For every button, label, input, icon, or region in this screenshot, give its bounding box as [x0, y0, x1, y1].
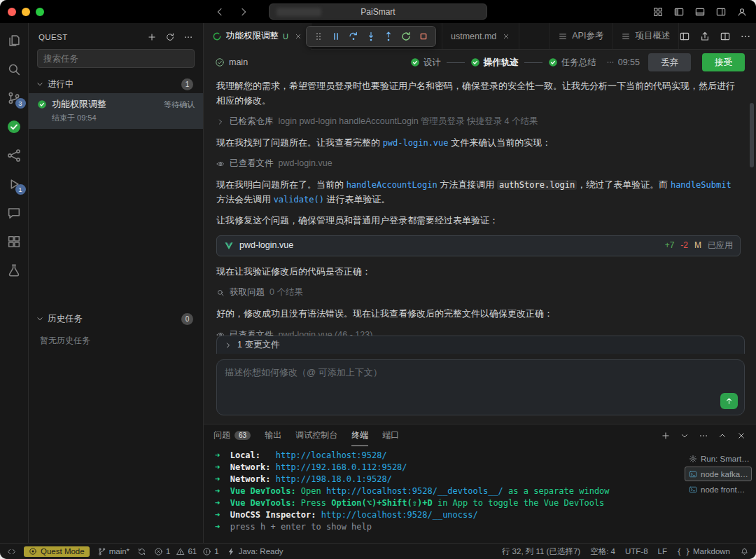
chevron-up-icon[interactable] [718, 431, 727, 441]
tool-call-line[interactable]: 已查看文件pwd-login.vue (46 - 123) [216, 329, 741, 336]
code-link[interactable]: pwd-login.vue [383, 138, 449, 148]
info-icon [202, 547, 211, 556]
activity-item-explorer[interactable] [0, 26, 29, 55]
task-search-box[interactable] [37, 49, 195, 68]
quest-chat-panel: main 设计操作轨迹任务总结 09:55 丢弃 接受 我理解您的需求，希望管理… [204, 50, 756, 424]
plus-icon[interactable] [661, 431, 671, 441]
debug-step-out-icon[interactable] [383, 31, 394, 42]
problems-status[interactable]: 1 61 1 [154, 547, 219, 556]
panel-tab-debug-console[interactable]: 调试控制台 [295, 425, 337, 446]
activity-badge: 3 [15, 98, 26, 109]
stop-icon [418, 31, 429, 42]
sidebar-more-button[interactable] [183, 32, 193, 42]
discard-button[interactable]: 丢弃 [648, 53, 691, 71]
layout-sidebar-left-icon[interactable] [673, 6, 685, 18]
apps-grid-icon[interactable] [652, 6, 664, 18]
export-icon[interactable] [699, 31, 710, 42]
kebab-icon[interactable] [606, 58, 615, 67]
task-search-input[interactable] [43, 54, 188, 64]
section-history[interactable]: 历史任务 0 [29, 310, 203, 328]
debug-step-into-icon[interactable] [365, 31, 377, 42]
code-link[interactable]: handleSubmit [671, 180, 732, 190]
arrow-right-icon[interactable] [238, 6, 249, 18]
terminal-process-item[interactable]: node front… [685, 482, 752, 497]
additions-count: +7 [665, 239, 675, 252]
activity-item-chat[interactable] [0, 198, 29, 227]
terminal-process-item[interactable]: Run: Smart… [685, 451, 752, 466]
activity-item-run-debug[interactable]: 1 [0, 170, 29, 198]
terminal-output[interactable]: ➜ Local: http://localhost:9528/➜ Network… [211, 450, 685, 543]
zoom-window-button[interactable] [36, 8, 44, 16]
cursor-position[interactable]: 行 32, 列 11 (已选择7) [502, 546, 580, 557]
remote-indicator[interactable] [7, 547, 16, 556]
new-task-button[interactable] [147, 32, 157, 42]
text-run: 方法直接调用 [438, 179, 497, 190]
panel-tab-terminal[interactable]: 终端 [351, 425, 368, 446]
kebab-icon[interactable] [740, 31, 751, 42]
sync-status[interactable] [137, 547, 146, 556]
debug-drag-icon[interactable] [313, 31, 324, 42]
panel-tab-problems[interactable]: 问题63 [214, 425, 251, 446]
debug-stop-icon[interactable] [418, 31, 429, 42]
panel-body: ➜ Local: http://localhost:9528/➜ Network… [204, 446, 756, 543]
indentation[interactable]: 空格: 4 [590, 546, 615, 557]
code-link[interactable]: handleAccountLogin [346, 180, 438, 190]
section-running[interactable]: 进行中 1 [29, 75, 203, 93]
notifications[interactable] [740, 547, 749, 556]
editor-tab-quest-task[interactable]: 功能权限调整U [204, 23, 312, 49]
account-icon[interactable] [736, 6, 748, 18]
tool-call-line[interactable]: 已检索仓库login pwd-login handleAccountLogin … [216, 115, 741, 129]
activity-item-source-control[interactable]: 3 [0, 83, 29, 112]
debug-pause-icon[interactable] [330, 31, 342, 42]
close-icon[interactable] [294, 32, 302, 41]
preview-icon[interactable] [679, 31, 690, 42]
panel-tab-ports[interactable]: 端口 [382, 425, 399, 446]
close-icon[interactable] [502, 32, 510, 41]
scrollbar-thumb[interactable] [750, 103, 754, 167]
arrow-left-icon[interactable] [214, 6, 225, 18]
chevron-down-icon[interactable] [680, 431, 690, 441]
encoding[interactable]: UTF-8 [625, 547, 648, 555]
chat-input-box[interactable] [216, 359, 745, 415]
activity-item-quest[interactable] [0, 112, 29, 141]
tool-call-line[interactable]: 已查看文件pwd-login.vue [216, 157, 741, 171]
layout-sidebar-right-icon[interactable] [715, 6, 727, 18]
tool-call-line[interactable]: 获取问题0 个结果 [216, 286, 741, 300]
chat-input[interactable] [225, 366, 710, 408]
language-mode[interactable]: { } Markdown [677, 547, 730, 555]
command-center-search[interactable]: PaiSmart [269, 4, 487, 20]
changed-files-bar[interactable]: 1 变更文件 [216, 336, 745, 354]
changed-file-card[interactable]: pwd-login.vue+7-2M已应用 [216, 235, 741, 256]
java-status[interactable]: Java: Ready [227, 547, 284, 556]
editor-tab-project-overview[interactable]: 项目概述 [612, 23, 679, 49]
activity-item-testing[interactable] [0, 256, 29, 284]
task-item[interactable]: 功能权限调整 等待确认 结束于 09:54 [29, 93, 203, 129]
refresh-tasks-button[interactable] [165, 32, 175, 42]
kebab-icon[interactable] [699, 431, 708, 441]
git-branch-status[interactable]: main* [97, 547, 130, 556]
panel-tab-output[interactable]: 输出 [265, 425, 281, 446]
panel-tab-label: 终端 [351, 429, 368, 441]
activity-item-extensions[interactable] [0, 227, 29, 256]
quest-mode-indicator[interactable]: Quest Mode [24, 546, 90, 557]
debug-restart-icon[interactable] [400, 31, 412, 42]
history-navigation [214, 6, 249, 18]
check-circle-icon [215, 57, 225, 67]
activity-item-search[interactable] [0, 55, 29, 83]
activity-item-pipeline[interactable] [0, 141, 29, 170]
eol-selector[interactable]: LF [658, 547, 667, 555]
arrow-up-icon [724, 396, 734, 406]
split-editor-icon[interactable] [720, 31, 731, 42]
editor-tab-adjustment-md[interactable]: ustment.md [442, 23, 519, 49]
send-button[interactable] [720, 393, 738, 409]
code-link[interactable]: validate() [274, 195, 324, 205]
close-window-button[interactable] [8, 8, 16, 16]
close-icon[interactable] [736, 431, 746, 441]
terminal-process-item[interactable]: node kafka… [685, 467, 752, 481]
editor-tab-api-reference[interactable]: API参考 [549, 23, 612, 49]
layout-panel-icon[interactable] [694, 6, 706, 18]
vue-icon [224, 241, 234, 251]
accept-button[interactable]: 接受 [702, 53, 745, 71]
minimize-window-button[interactable] [22, 8, 30, 16]
debug-step-over-icon[interactable] [348, 31, 359, 42]
